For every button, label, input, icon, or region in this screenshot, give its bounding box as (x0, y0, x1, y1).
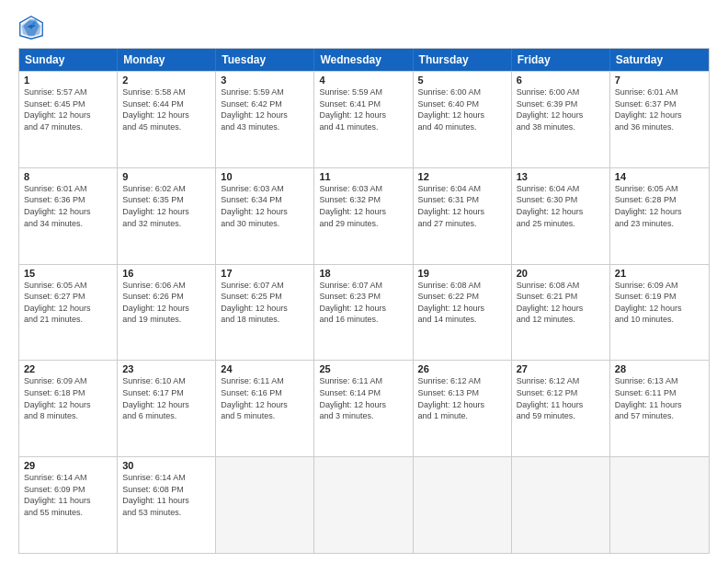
day-number: 14 (615, 171, 704, 182)
day-info: Sunrise: 5:59 AM Sunset: 6:41 PM Dayligh… (319, 86, 407, 132)
day-info: Sunrise: 6:02 AM Sunset: 6:35 PM Dayligh… (122, 183, 210, 229)
cal-header-thursday: Thursday (414, 49, 512, 71)
day-info: Sunrise: 6:04 AM Sunset: 6:30 PM Dayligh… (517, 183, 605, 229)
logo-icon (18, 15, 44, 40)
day-number: 17 (221, 268, 309, 279)
cal-day-22: 22Sunrise: 6:09 AM Sunset: 6:18 PM Dayli… (19, 361, 118, 456)
calendar: SundayMondayTuesdayWednesdayThursdayFrid… (18, 48, 710, 554)
cal-day-3: 3Sunrise: 5:59 AM Sunset: 6:42 PM Daylig… (216, 72, 314, 167)
day-info: Sunrise: 6:00 AM Sunset: 6:40 PM Dayligh… (418, 86, 506, 132)
day-number: 18 (319, 268, 407, 279)
cal-day-24: 24Sunrise: 6:11 AM Sunset: 6:16 PM Dayli… (216, 361, 314, 456)
calendar-week-1: 1Sunrise: 5:57 AM Sunset: 6:45 PM Daylig… (19, 71, 709, 167)
cal-day-19: 19Sunrise: 6:08 AM Sunset: 6:22 PM Dayli… (414, 265, 512, 361)
cal-day-14: 14Sunrise: 6:05 AM Sunset: 6:28 PM Dayli… (610, 168, 709, 264)
day-number: 22 (24, 363, 112, 374)
logo (18, 15, 48, 40)
cal-day-empty (512, 457, 610, 553)
day-number: 25 (319, 363, 407, 374)
day-number: 1 (24, 75, 112, 86)
day-number: 27 (517, 363, 605, 374)
day-number: 4 (319, 75, 407, 86)
day-info: Sunrise: 6:14 AM Sunset: 6:09 PM Dayligh… (24, 472, 112, 518)
cal-day-9: 9Sunrise: 6:02 AM Sunset: 6:35 PM Daylig… (118, 168, 216, 264)
day-info: Sunrise: 6:12 AM Sunset: 6:12 PM Dayligh… (517, 375, 605, 421)
cal-day-26: 26Sunrise: 6:12 AM Sunset: 6:13 PM Dayli… (414, 361, 512, 456)
day-number: 10 (221, 171, 309, 182)
day-info: Sunrise: 6:01 AM Sunset: 6:37 PM Dayligh… (615, 86, 704, 132)
day-info: Sunrise: 6:03 AM Sunset: 6:34 PM Dayligh… (221, 183, 309, 229)
day-info: Sunrise: 6:09 AM Sunset: 6:18 PM Dayligh… (24, 375, 112, 421)
cal-header-saturday: Saturday (610, 49, 709, 71)
cal-day-10: 10Sunrise: 6:03 AM Sunset: 6:34 PM Dayli… (216, 168, 314, 264)
cal-day-1: 1Sunrise: 5:57 AM Sunset: 6:45 PM Daylig… (19, 72, 118, 167)
cal-day-16: 16Sunrise: 6:06 AM Sunset: 6:26 PM Dayli… (118, 265, 216, 361)
day-info: Sunrise: 6:05 AM Sunset: 6:27 PM Dayligh… (24, 280, 112, 326)
calendar-header: SundayMondayTuesdayWednesdayThursdayFrid… (19, 49, 709, 71)
day-number: 20 (517, 268, 605, 279)
day-number: 16 (122, 268, 210, 279)
day-number: 26 (418, 363, 506, 374)
cal-header-friday: Friday (512, 49, 610, 71)
cal-day-23: 23Sunrise: 6:10 AM Sunset: 6:17 PM Dayli… (118, 361, 216, 456)
cal-header-tuesday: Tuesday (216, 49, 314, 71)
day-number: 15 (24, 268, 112, 279)
cal-day-30: 30Sunrise: 6:14 AM Sunset: 6:08 PM Dayli… (118, 457, 216, 553)
day-info: Sunrise: 6:07 AM Sunset: 6:25 PM Dayligh… (221, 280, 309, 326)
day-info: Sunrise: 6:12 AM Sunset: 6:13 PM Dayligh… (418, 375, 506, 421)
day-number: 7 (615, 75, 704, 86)
day-info: Sunrise: 6:04 AM Sunset: 6:31 PM Dayligh… (418, 183, 506, 229)
day-info: Sunrise: 6:11 AM Sunset: 6:16 PM Dayligh… (221, 375, 309, 421)
cal-day-27: 27Sunrise: 6:12 AM Sunset: 6:12 PM Dayli… (512, 361, 610, 456)
cal-day-25: 25Sunrise: 6:11 AM Sunset: 6:14 PM Dayli… (314, 361, 413, 456)
cal-day-2: 2Sunrise: 5:58 AM Sunset: 6:44 PM Daylig… (118, 72, 216, 167)
day-number: 11 (319, 171, 407, 182)
cal-day-empty (610, 457, 709, 553)
page: SundayMondayTuesdayWednesdayThursdayFrid… (0, 0, 728, 563)
cal-day-11: 11Sunrise: 6:03 AM Sunset: 6:32 PM Dayli… (314, 168, 413, 264)
day-info: Sunrise: 6:09 AM Sunset: 6:19 PM Dayligh… (615, 280, 704, 326)
day-number: 21 (615, 268, 704, 279)
cal-day-29: 29Sunrise: 6:14 AM Sunset: 6:09 PM Dayli… (19, 457, 118, 553)
cal-day-17: 17Sunrise: 6:07 AM Sunset: 6:25 PM Dayli… (216, 265, 314, 361)
day-number: 9 (122, 171, 210, 182)
day-info: Sunrise: 6:03 AM Sunset: 6:32 PM Dayligh… (319, 183, 407, 229)
day-number: 23 (122, 363, 210, 374)
day-number: 5 (418, 75, 506, 86)
cal-day-4: 4Sunrise: 5:59 AM Sunset: 6:41 PM Daylig… (314, 72, 413, 167)
day-info: Sunrise: 6:06 AM Sunset: 6:26 PM Dayligh… (122, 280, 210, 326)
day-number: 3 (221, 75, 309, 86)
day-number: 19 (418, 268, 506, 279)
cal-day-15: 15Sunrise: 6:05 AM Sunset: 6:27 PM Dayli… (19, 265, 118, 361)
day-number: 30 (122, 460, 210, 471)
day-number: 13 (517, 171, 605, 182)
cal-day-8: 8Sunrise: 6:01 AM Sunset: 6:36 PM Daylig… (19, 168, 118, 264)
calendar-week-5: 29Sunrise: 6:14 AM Sunset: 6:09 PM Dayli… (19, 456, 709, 553)
cal-day-7: 7Sunrise: 6:01 AM Sunset: 6:37 PM Daylig… (610, 72, 709, 167)
day-info: Sunrise: 6:11 AM Sunset: 6:14 PM Dayligh… (319, 375, 407, 421)
cal-day-empty (216, 457, 314, 553)
day-info: Sunrise: 5:57 AM Sunset: 6:45 PM Dayligh… (24, 86, 112, 132)
day-info: Sunrise: 6:08 AM Sunset: 6:21 PM Dayligh… (517, 280, 605, 326)
day-info: Sunrise: 6:10 AM Sunset: 6:17 PM Dayligh… (122, 375, 210, 421)
day-info: Sunrise: 6:08 AM Sunset: 6:22 PM Dayligh… (418, 280, 506, 326)
cal-day-13: 13Sunrise: 6:04 AM Sunset: 6:30 PM Dayli… (512, 168, 610, 264)
day-info: Sunrise: 5:59 AM Sunset: 6:42 PM Dayligh… (221, 86, 309, 132)
calendar-body: 1Sunrise: 5:57 AM Sunset: 6:45 PM Daylig… (19, 71, 709, 553)
day-number: 2 (122, 75, 210, 86)
calendar-week-4: 22Sunrise: 6:09 AM Sunset: 6:18 PM Dayli… (19, 360, 709, 456)
cal-header-sunday: Sunday (19, 49, 118, 71)
header (18, 15, 710, 40)
day-number: 12 (418, 171, 506, 182)
day-info: Sunrise: 6:13 AM Sunset: 6:11 PM Dayligh… (615, 375, 704, 421)
day-info: Sunrise: 6:00 AM Sunset: 6:39 PM Dayligh… (517, 86, 605, 132)
day-info: Sunrise: 6:05 AM Sunset: 6:28 PM Dayligh… (615, 183, 704, 229)
day-number: 29 (24, 460, 112, 471)
day-number: 28 (615, 363, 704, 374)
day-info: Sunrise: 6:01 AM Sunset: 6:36 PM Dayligh… (24, 183, 112, 229)
calendar-week-3: 15Sunrise: 6:05 AM Sunset: 6:27 PM Dayli… (19, 264, 709, 361)
day-info: Sunrise: 5:58 AM Sunset: 6:44 PM Dayligh… (122, 86, 210, 132)
day-number: 6 (517, 75, 605, 86)
cal-day-empty (314, 457, 413, 553)
cal-day-18: 18Sunrise: 6:07 AM Sunset: 6:23 PM Dayli… (314, 265, 413, 361)
